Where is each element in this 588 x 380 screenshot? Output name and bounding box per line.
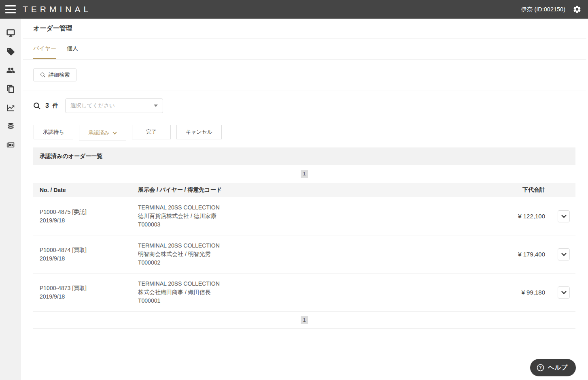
database-icon: [6, 122, 15, 130]
select-placeholder: 選択してください: [70, 102, 115, 109]
newspaper-icon: [6, 141, 15, 149]
buyer-name: 徳川百貨店株式会社 / 徳川家康: [138, 212, 462, 220]
sidebar-item-buyers[interactable]: [0, 61, 21, 79]
exhibition-name: TERMINAL 20SS COLLECTION: [138, 241, 462, 250]
status-tabs: 承認待ち 承認済み 完了 キャンセル: [34, 125, 586, 141]
exhibition-name: TERMINAL 20SS COLLECTION: [138, 203, 462, 212]
order-no: P1000-4873 [買取]: [40, 284, 138, 292]
header-total: 下代合計: [462, 186, 575, 194]
buyer-name: 株式会社織田商事 / 織田信長: [138, 288, 462, 297]
status-tab-done-label: 完了: [146, 128, 157, 136]
page-number[interactable]: 1: [301, 170, 308, 178]
order-type-tabs: バイヤー 個人: [23, 38, 586, 60]
status-tab-done[interactable]: 完了: [132, 125, 171, 139]
pagination-bottom: 1: [33, 312, 575, 329]
row-expand-button[interactable]: [558, 248, 570, 260]
result-count: 3: [45, 102, 49, 109]
customer-code: T000002: [138, 258, 462, 267]
detail-search-button[interactable]: 詳細検索: [33, 68, 76, 81]
copy-icon: [6, 85, 15, 93]
table-row[interactable]: P1000-4875 [委託] 2019/9/18 TERMINAL 20SS …: [33, 197, 575, 235]
pagination-top: 1: [33, 165, 575, 183]
users-icon: [6, 66, 15, 75]
row-expand-button[interactable]: [558, 210, 570, 222]
question-circle-icon: ?: [537, 364, 544, 371]
page-header: オーダー管理: [23, 19, 586, 38]
chevron-down-icon: [561, 291, 567, 294]
exhibition-select[interactable]: 選択してください: [65, 98, 163, 113]
search-icon: [33, 102, 41, 110]
order-no: P1000-4874 [買取]: [40, 246, 138, 254]
page-number[interactable]: 1: [301, 316, 308, 324]
order-no: P1000-4875 [委託]: [40, 208, 138, 216]
result-unit-label: 件: [53, 102, 58, 109]
help-label: ヘルプ: [548, 364, 568, 371]
chart-icon: [6, 103, 15, 112]
chevron-down-icon: [113, 132, 117, 134]
detail-search-label: 詳細検索: [49, 71, 70, 79]
table-row[interactable]: P1000-4873 [買取] 2019/9/18 TERMINAL 20SS …: [33, 273, 575, 312]
help-button[interactable]: ? ヘルプ: [530, 359, 576, 376]
panel-title: 承認済みのオーダー一覧: [40, 153, 102, 160]
sidebar-item-news[interactable]: [0, 135, 21, 154]
status-tab-cancel-label: キャンセル: [186, 128, 213, 136]
customer-code: T000003: [138, 220, 462, 229]
chevron-down-icon: [561, 215, 567, 218]
divider: [23, 90, 586, 90]
sidebar-item-orders[interactable]: [0, 79, 21, 98]
caret-down-icon: [154, 105, 158, 107]
order-date: 2019/9/18: [40, 254, 138, 263]
approved-orders-panel: 承認済みのオーダー一覧 1 No. / Date 展示会 / バイヤー / 得意…: [23, 147, 586, 329]
brand-logo: TERMINAL: [23, 4, 91, 14]
panel-header: 承認済みのオーダー一覧: [33, 147, 575, 165]
user-name: 伊奈 (ID:002150): [521, 6, 565, 13]
table-row[interactable]: P1000-4874 [買取] 2019/9/18 TERMINAL 20SS …: [33, 235, 575, 273]
order-date: 2019/9/18: [40, 216, 138, 225]
sidebar-item-products[interactable]: [0, 42, 21, 61]
tab-personal[interactable]: 個人: [67, 45, 78, 59]
hamburger-menu-icon[interactable]: [5, 5, 16, 13]
page-title: オーダー管理: [33, 24, 72, 33]
tag-icon: [6, 47, 15, 56]
result-summary-row: 3 件 選択してください: [23, 98, 586, 113]
search-icon: [40, 72, 46, 78]
customer-code: T000001: [138, 297, 462, 305]
header-no-date: No. / Date: [33, 187, 138, 193]
table-header-row: No. / Date 展示会 / バイヤー / 得意先コード 下代合計: [33, 183, 575, 197]
status-tab-pending-label: 承認待ち: [43, 128, 64, 136]
status-tab-approved[interactable]: 承認済み: [79, 125, 126, 141]
buyer-name: 明智商会株式会社 / 明智光秀: [138, 250, 462, 258]
row-expand-button[interactable]: [558, 286, 570, 299]
chevron-down-icon: [561, 253, 567, 256]
svg-text:?: ?: [539, 365, 541, 370]
sidebar-item-dashboard[interactable]: [0, 23, 21, 42]
tab-buyer[interactable]: バイヤー: [33, 45, 56, 59]
order-date: 2019/9/18: [40, 292, 138, 301]
monitor-icon: [6, 29, 15, 37]
status-tab-cancel[interactable]: キャンセル: [176, 125, 222, 139]
status-tab-pending[interactable]: 承認待ち: [34, 125, 73, 139]
gear-icon[interactable]: [573, 5, 582, 14]
sidebar-item-analytics[interactable]: [0, 98, 21, 117]
topbar: TERMINAL 伊奈 (ID:002150): [0, 0, 588, 19]
exhibition-name: TERMINAL 20SS COLLECTION: [138, 280, 462, 288]
main-content: オーダー管理 バイヤー 個人 詳細検索 3 件 選択してください: [21, 0, 588, 329]
header-exhibition: 展示会 / バイヤー / 得意先コード: [138, 186, 462, 194]
status-tab-approved-label: 承認済み: [88, 129, 109, 137]
sidebar: [0, 19, 21, 380]
sidebar-item-data[interactable]: [0, 117, 21, 135]
